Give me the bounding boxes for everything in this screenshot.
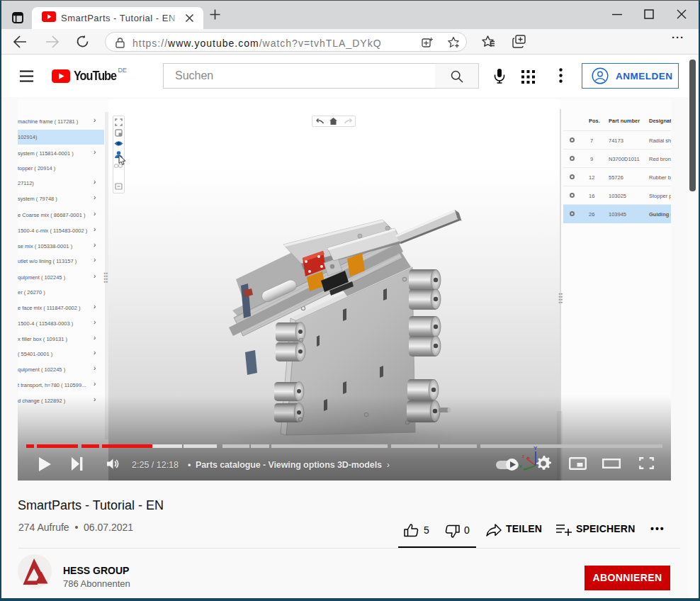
svg-text:z: z xyxy=(522,454,525,459)
svg-text:x: x xyxy=(519,464,522,468)
svg-text:Y: Y xyxy=(534,445,538,451)
